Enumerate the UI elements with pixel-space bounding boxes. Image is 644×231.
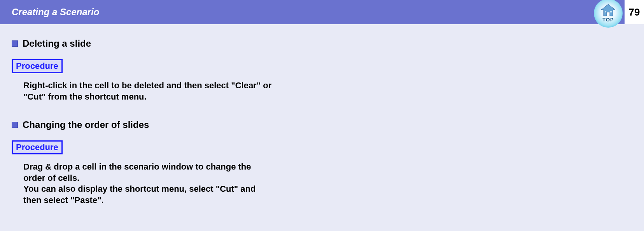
procedure-body: Right-click in the cell to be deleted an… [23, 80, 272, 102]
page-number: 79 [629, 6, 640, 18]
svg-rect-1 [605, 11, 606, 12]
section-heading: Changing the order of slides [12, 119, 284, 130]
header-bar: Creating a Scenario TOP 79 [0, 0, 644, 24]
page-title: Creating a Scenario [12, 7, 99, 18]
square-bullet-icon [12, 40, 18, 47]
top-button[interactable]: TOP [593, 0, 624, 29]
content-column: Deleting a slide Procedure Right-click i… [0, 24, 296, 206]
procedure-badge: Procedure [12, 140, 63, 154]
home-up-icon [600, 4, 616, 18]
section-heading-text: Changing the order of slides [23, 119, 149, 130]
top-button-label: TOP [602, 17, 614, 23]
page-number-area: 79 [625, 0, 644, 24]
section-heading: Deleting a slide [12, 38, 284, 49]
procedure-body: Drag & drop a cell in the scenario windo… [23, 161, 272, 206]
section-heading-text: Deleting a slide [23, 38, 91, 49]
top-icon-circle: TOP [594, 0, 623, 28]
square-bullet-icon [12, 122, 18, 128]
svg-marker-0 [601, 4, 615, 16]
procedure-badge: Procedure [12, 59, 63, 73]
svg-rect-2 [610, 11, 612, 12]
